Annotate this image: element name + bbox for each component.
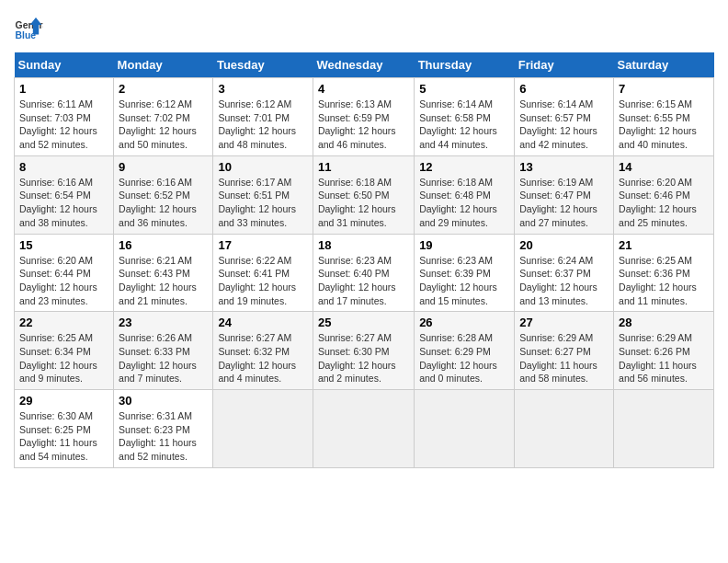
day-number: 12	[419, 160, 509, 174]
day-number: 23	[119, 316, 208, 329]
day-number: 3	[218, 82, 308, 96]
calendar-cell: 13Sunrise: 6:19 AMSunset: 6:47 PMDayligh…	[515, 155, 614, 234]
calendar-cell: 23Sunrise: 6:26 AMSunset: 6:33 PMDayligh…	[114, 312, 213, 390]
day-number: 13	[519, 160, 609, 174]
day-number: 10	[218, 160, 308, 174]
logo-icon: General Blue	[14, 14, 43, 43]
day-details: Sunrise: 6:14 AMSunset: 6:57 PMDaylight:…	[519, 98, 609, 152]
col-thursday: Thursday	[415, 52, 515, 78]
day-details: Sunrise: 6:23 AMSunset: 6:40 PMDaylight:…	[318, 254, 409, 308]
calendar-cell: 2Sunrise: 6:12 AMSunset: 7:02 PMDaylight…	[114, 78, 213, 156]
day-number: 22	[19, 316, 108, 329]
calendar-cell: 16Sunrise: 6:21 AMSunset: 6:43 PMDayligh…	[114, 234, 213, 312]
calendar-cell: 18Sunrise: 6:23 AMSunset: 6:40 PMDayligh…	[313, 234, 414, 312]
day-number: 21	[619, 238, 709, 252]
calendar-cell: 7Sunrise: 6:15 AMSunset: 6:55 PMDaylight…	[614, 78, 714, 156]
day-details: Sunrise: 6:14 AMSunset: 6:58 PMDaylight:…	[419, 98, 509, 152]
day-number: 2	[119, 82, 208, 96]
day-number: 17	[218, 238, 308, 252]
calendar-cell: 30Sunrise: 6:31 AMSunset: 6:23 PMDayligh…	[114, 390, 213, 468]
calendar-week-row: 8Sunrise: 6:16 AMSunset: 6:54 PMDaylight…	[15, 155, 714, 234]
day-details: Sunrise: 6:25 AMSunset: 6:36 PMDaylight:…	[619, 254, 709, 308]
day-number: 27	[519, 316, 609, 329]
calendar-week-row: 29Sunrise: 6:30 AMSunset: 6:25 PMDayligh…	[15, 390, 714, 468]
day-number: 6	[519, 82, 609, 96]
day-number: 28	[619, 316, 709, 329]
day-details: Sunrise: 6:24 AMSunset: 6:37 PMDaylight:…	[519, 254, 609, 308]
calendar-cell: 21Sunrise: 6:25 AMSunset: 6:36 PMDayligh…	[614, 234, 714, 312]
calendar-cell: 20Sunrise: 6:24 AMSunset: 6:37 PMDayligh…	[515, 234, 614, 312]
day-details: Sunrise: 6:25 AMSunset: 6:34 PMDaylight:…	[19, 331, 108, 385]
calendar-cell: 26Sunrise: 6:28 AMSunset: 6:29 PMDayligh…	[415, 312, 515, 390]
day-details: Sunrise: 6:29 AMSunset: 6:27 PMDaylight:…	[519, 331, 609, 385]
calendar-cell: 15Sunrise: 6:20 AMSunset: 6:44 PMDayligh…	[15, 234, 114, 312]
calendar-week-row: 22Sunrise: 6:25 AMSunset: 6:34 PMDayligh…	[15, 312, 714, 390]
day-details: Sunrise: 6:21 AMSunset: 6:43 PMDaylight:…	[119, 254, 208, 308]
calendar-cell: 3Sunrise: 6:12 AMSunset: 7:01 PMDaylight…	[213, 78, 313, 156]
day-number: 20	[519, 238, 609, 252]
day-details: Sunrise: 6:23 AMSunset: 6:39 PMDaylight:…	[419, 254, 509, 308]
logo: General Blue	[14, 14, 43, 43]
calendar-cell: 8Sunrise: 6:16 AMSunset: 6:54 PMDaylight…	[15, 155, 114, 234]
day-details: Sunrise: 6:16 AMSunset: 6:52 PMDaylight:…	[119, 176, 208, 230]
day-details: Sunrise: 6:15 AMSunset: 6:55 PMDaylight:…	[619, 98, 709, 152]
day-number: 29	[19, 394, 108, 408]
calendar-cell: 29Sunrise: 6:30 AMSunset: 6:25 PMDayligh…	[15, 390, 114, 468]
day-number: 18	[318, 238, 409, 252]
day-number: 25	[318, 316, 409, 329]
day-details: Sunrise: 6:26 AMSunset: 6:33 PMDaylight:…	[119, 331, 208, 385]
day-details: Sunrise: 6:16 AMSunset: 6:54 PMDaylight:…	[19, 176, 108, 230]
day-number: 5	[419, 82, 509, 96]
calendar-cell: 25Sunrise: 6:27 AMSunset: 6:30 PMDayligh…	[313, 312, 414, 390]
calendar-cell: 22Sunrise: 6:25 AMSunset: 6:34 PMDayligh…	[15, 312, 114, 390]
day-number: 24	[218, 316, 308, 329]
day-details: Sunrise: 6:29 AMSunset: 6:26 PMDaylight:…	[619, 331, 709, 385]
calendar-cell: 17Sunrise: 6:22 AMSunset: 6:41 PMDayligh…	[213, 234, 313, 312]
day-details: Sunrise: 6:27 AMSunset: 6:30 PMDaylight:…	[318, 331, 409, 385]
day-details: Sunrise: 6:22 AMSunset: 6:41 PMDaylight:…	[218, 254, 308, 308]
day-details: Sunrise: 6:12 AMSunset: 7:01 PMDaylight:…	[218, 98, 308, 152]
calendar-header-row: Sunday Monday Tuesday Wednesday Thursday…	[15, 52, 714, 78]
day-number: 19	[419, 238, 509, 252]
col-tuesday: Tuesday	[213, 52, 313, 78]
day-details: Sunrise: 6:13 AMSunset: 6:59 PMDaylight:…	[318, 98, 409, 152]
col-monday: Monday	[114, 52, 213, 78]
day-number: 1	[19, 82, 108, 96]
day-number: 7	[619, 82, 709, 96]
calendar-cell: 1Sunrise: 6:11 AMSunset: 7:03 PMDaylight…	[15, 78, 114, 156]
col-sunday: Sunday	[15, 52, 114, 78]
day-number: 4	[318, 82, 409, 96]
day-details: Sunrise: 6:20 AMSunset: 6:44 PMDaylight:…	[19, 254, 108, 308]
day-number: 15	[19, 238, 108, 252]
day-details: Sunrise: 6:18 AMSunset: 6:48 PMDaylight:…	[419, 176, 509, 230]
day-number: 14	[619, 160, 709, 174]
calendar-table: Sunday Monday Tuesday Wednesday Thursday…	[14, 52, 714, 468]
day-details: Sunrise: 6:31 AMSunset: 6:23 PMDaylight:…	[119, 409, 208, 464]
day-details: Sunrise: 6:27 AMSunset: 6:32 PMDaylight:…	[218, 331, 308, 385]
page-header: General Blue	[14, 14, 714, 43]
day-number: 26	[419, 316, 509, 329]
calendar-cell: 24Sunrise: 6:27 AMSunset: 6:32 PMDayligh…	[213, 312, 313, 390]
day-number: 8	[19, 160, 108, 174]
calendar-cell	[313, 390, 414, 468]
calendar-cell: 19Sunrise: 6:23 AMSunset: 6:39 PMDayligh…	[415, 234, 515, 312]
calendar-cell: 9Sunrise: 6:16 AMSunset: 6:52 PMDaylight…	[114, 155, 213, 234]
day-number: 16	[119, 238, 208, 252]
calendar-cell: 14Sunrise: 6:20 AMSunset: 6:46 PMDayligh…	[614, 155, 714, 234]
calendar-cell	[415, 390, 515, 468]
calendar-cell	[515, 390, 614, 468]
day-details: Sunrise: 6:28 AMSunset: 6:29 PMDaylight:…	[419, 331, 509, 385]
calendar-cell: 6Sunrise: 6:14 AMSunset: 6:57 PMDaylight…	[515, 78, 614, 156]
calendar-week-row: 15Sunrise: 6:20 AMSunset: 6:44 PMDayligh…	[15, 234, 714, 312]
day-details: Sunrise: 6:11 AMSunset: 7:03 PMDaylight:…	[19, 98, 108, 152]
day-details: Sunrise: 6:30 AMSunset: 6:25 PMDaylight:…	[19, 409, 108, 464]
calendar-cell: 4Sunrise: 6:13 AMSunset: 6:59 PMDaylight…	[313, 78, 414, 156]
calendar-cell: 12Sunrise: 6:18 AMSunset: 6:48 PMDayligh…	[415, 155, 515, 234]
day-details: Sunrise: 6:17 AMSunset: 6:51 PMDaylight:…	[218, 176, 308, 230]
day-number: 30	[119, 394, 208, 408]
day-details: Sunrise: 6:12 AMSunset: 7:02 PMDaylight:…	[119, 98, 208, 152]
col-saturday: Saturday	[614, 52, 714, 78]
calendar-cell: 11Sunrise: 6:18 AMSunset: 6:50 PMDayligh…	[313, 155, 414, 234]
day-details: Sunrise: 6:18 AMSunset: 6:50 PMDaylight:…	[318, 176, 409, 230]
calendar-cell: 27Sunrise: 6:29 AMSunset: 6:27 PMDayligh…	[515, 312, 614, 390]
